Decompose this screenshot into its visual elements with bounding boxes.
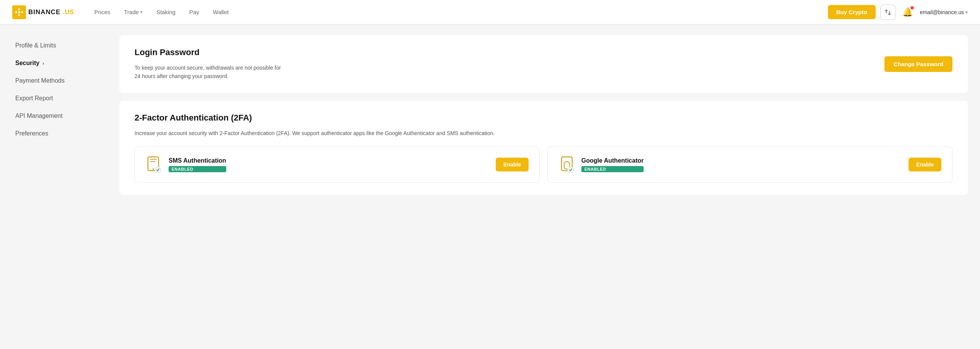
sms-auth-card: SMS Authentication ENABLED Enable (135, 147, 540, 183)
header-right: Buy Crypto 🔔 email@binance.us ▾ (828, 5, 968, 20)
sms-auth-enable-button[interactable]: Enable (496, 158, 529, 171)
google-auth-name: Google Authenticator (581, 157, 644, 164)
twofa-card: 2-Factor Authentication (2FA) Increase y… (119, 101, 968, 195)
nav-staking[interactable]: Staking (151, 6, 181, 18)
buy-crypto-button[interactable]: Buy Crypto (828, 5, 876, 19)
twofa-description: Increase your account security with 2-Fa… (135, 129, 952, 137)
security-chevron-icon: › (42, 60, 44, 66)
logo[interactable]: BINANCE.US (12, 5, 74, 19)
nav-wallet[interactable]: Wallet (208, 6, 234, 18)
trade-chevron-icon: ▾ (140, 10, 143, 15)
page-body: Profile & Limits Security › Payment Meth… (0, 24, 980, 349)
login-password-card: Login Password To keep your account secu… (119, 35, 968, 93)
sms-auth-info: SMS Authentication ENABLED (169, 157, 226, 172)
transfer-icon-button[interactable] (880, 5, 896, 20)
header: BINANCE.US Prices Trade ▾ Staking Pay Wa… (0, 0, 980, 24)
sms-auth-name: SMS Authentication (169, 157, 226, 164)
user-account-button[interactable]: email@binance.us ▾ (920, 9, 968, 15)
twofa-methods-container: SMS Authentication ENABLED Enable (135, 147, 952, 183)
logo-icon (12, 5, 26, 19)
change-password-button[interactable]: Change Password (884, 56, 952, 72)
logo-us: .US (63, 8, 73, 16)
login-password-description: To keep your account secure, withdrawals… (135, 64, 281, 81)
logo-text: BINANCE (28, 8, 60, 16)
login-password-title: Login Password (135, 47, 281, 57)
transfer-icon (884, 8, 892, 16)
google-auth-left: Google Authenticator ENABLED (558, 156, 644, 173)
sidebar-item-payment-methods[interactable]: Payment Methods (0, 72, 107, 90)
nav-trade[interactable]: Trade ▾ (118, 6, 148, 18)
notification-button[interactable]: 🔔 (900, 5, 915, 20)
nav-pay[interactable]: Pay (184, 6, 204, 18)
sidebar-item-profile-limits[interactable]: Profile & Limits (0, 37, 107, 54)
sidebar-item-security[interactable]: Security › (0, 54, 107, 72)
sms-auth-status-badge: ENABLED (169, 166, 226, 172)
nav-prices[interactable]: Prices (89, 6, 116, 18)
google-auth-enable-button[interactable]: Enable (909, 158, 941, 171)
notification-badge (910, 6, 914, 10)
twofa-title: 2-Factor Authentication (2FA) (135, 113, 952, 123)
sms-auth-icon (146, 156, 162, 173)
sidebar: Profile & Limits Security › Payment Meth… (0, 24, 107, 349)
sidebar-item-export-report[interactable]: Export Report (0, 90, 107, 107)
sidebar-item-preferences[interactable]: Preferences (0, 125, 107, 142)
main-nav: Prices Trade ▾ Staking Pay Wallet (89, 6, 828, 18)
sms-auth-left: SMS Authentication ENABLED (146, 156, 226, 173)
google-auth-card: Google Authenticator ENABLED Enable (547, 147, 952, 183)
google-auth-icon (558, 156, 575, 173)
google-auth-info: Google Authenticator ENABLED (581, 157, 644, 172)
svg-point-2 (153, 168, 154, 170)
main-content: Login Password To keep your account secu… (107, 24, 980, 349)
sidebar-item-api-management[interactable]: API Management (0, 107, 107, 125)
google-auth-status-badge: ENABLED (581, 166, 644, 172)
account-chevron-icon: ▾ (965, 10, 968, 15)
